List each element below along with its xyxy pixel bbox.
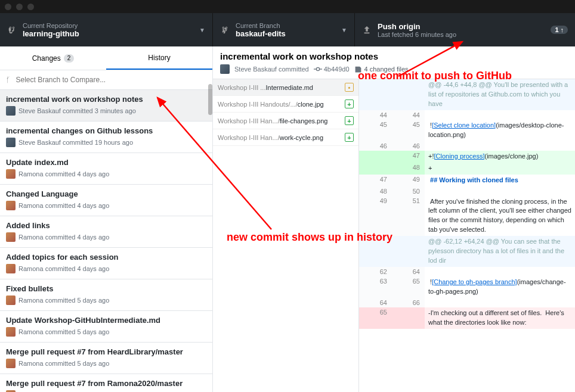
branch-compare[interactable]: ᚶ [0, 70, 212, 90]
commit-author: Steve Baskauf committed [234, 66, 309, 73]
commit-item-title: Fixed bullets [6, 284, 206, 293]
diff-line: 4749 ## Working with cloned files [359, 175, 575, 186]
repo-value: learning-github [23, 29, 199, 38]
file-status-badge: + [345, 133, 354, 142]
avatar [6, 359, 16, 368]
diff-line: @@ -62,12 +64,24 @@ You can see that the… [359, 236, 575, 267]
branch-value: baskauf-edits [236, 29, 341, 38]
file-status-badge: + [345, 99, 354, 108]
commit-item-meta: Steve Baskauf committed 19 hours ago [18, 139, 133, 146]
push-origin-button[interactable]: Push origin Last fetched 6 minutes ago 1… [355, 13, 575, 46]
chevron-down-icon: ▼ [199, 27, 205, 33]
diff-line: 6264 [359, 267, 575, 276]
repo-selector[interactable]: Current Repository learning-github ▼ [0, 13, 213, 46]
diff-line: 6365 ![Change to gh-pages branch](images… [359, 276, 575, 298]
sidebar: Changes 2 History ᚶ incremental work on … [0, 46, 213, 392]
avatar [6, 295, 16, 305]
commit-item-title: Update index.md [6, 158, 206, 167]
commit-item-meta: Ramona committed 4 days ago [18, 170, 109, 178]
file-status-badge: + [345, 116, 354, 125]
commit-item-title: Added topics for each session [6, 253, 206, 262]
toolbar: Current Repository learning-github ▼ Cur… [0, 13, 575, 46]
repo-icon [7, 26, 17, 34]
avatar [6, 264, 16, 273]
commit-item[interactable]: Update index.mdRamona committed 4 days a… [0, 153, 212, 185]
commit-item-meta: Ramona committed 4 days ago [18, 234, 109, 241]
commit-item-title: incremental changes on Github lessons [6, 126, 206, 135]
commit-item[interactable]: Added topics for each sessionRamona comm… [0, 248, 212, 279]
commit-item-meta: Ramona committed 5 days ago [18, 297, 109, 304]
file-list: Workshop I-III ...Intermediate.md•Worksh… [213, 79, 359, 392]
push-sub: Last fetched 6 minutes ago [378, 31, 545, 38]
svg-point-0 [316, 67, 319, 70]
mac-titlebar [0, 0, 575, 13]
diff-line: 47+![Cloning process](images/clone.jpg) [359, 151, 575, 163]
commit-item-meta: Ramona committed 5 days ago [18, 360, 109, 367]
diff-line: 6466 [359, 298, 575, 307]
avatar [6, 201, 16, 210]
changes-count-badge: 2 [64, 54, 75, 63]
avatar [6, 232, 16, 242]
commit-item[interactable]: Update Workshop-GitHubIntermediate.mdRam… [0, 311, 212, 343]
avatar [6, 106, 16, 116]
branch-icon [220, 26, 230, 34]
diff-line: 4850 [359, 186, 575, 196]
file-item[interactable]: Workshop I-III ...Intermediate.md• [213, 79, 358, 96]
commit-sha[interactable]: 4b449d0 [314, 65, 350, 73]
commit-item[interactable]: Added linksRamona committed 4 days ago [0, 216, 212, 248]
diff-line: 4545 ![Select clone location](images/des… [359, 120, 575, 141]
tab-history[interactable]: History [106, 46, 212, 70]
file-status-badge: • [345, 83, 354, 92]
commit-title: incremental work on workshop notes [220, 51, 568, 61]
commit-icon [314, 65, 322, 73]
file-item[interactable]: Workshop I-III Handouts/.../clone.jpg+ [213, 96, 358, 113]
tab-changes[interactable]: Changes 2 [0, 46, 106, 70]
diff-line: 4444 [359, 110, 575, 120]
avatar [6, 138, 16, 147]
commit-item[interactable]: incremental work on workshop notesSteve … [0, 90, 212, 122]
push-icon [362, 26, 372, 34]
traffic-light-max[interactable] [27, 4, 34, 10]
diff-line: 4646 [359, 141, 575, 151]
commit-detail: incremental work on workshop notes Steve… [213, 46, 575, 392]
file-item[interactable]: Workshop I-III Han.../work-cycle.png+ [213, 129, 358, 146]
chevron-down-icon: ▼ [341, 27, 347, 33]
commit-item-meta: Steve Baskauf committed 3 minutes ago [18, 107, 136, 114]
diff-line: 4951 After you've finished the cloning p… [359, 196, 575, 237]
traffic-light-close[interactable] [5, 4, 11, 10]
commit-item-title: incremental work on workshop notes [6, 95, 206, 104]
compare-icon: ᚶ [6, 76, 10, 84]
traffic-light-min[interactable] [16, 4, 23, 10]
file-item[interactable]: Workshop I-III Han.../file-changes.png+ [213, 113, 358, 129]
commit-item-title: Update Workshop-GitHubIntermediate.md [6, 316, 206, 325]
repo-label: Current Repository [23, 22, 199, 29]
avatar [6, 169, 16, 179]
changed-files[interactable]: 4 changed files [354, 66, 409, 73]
branch-label: Current Branch [236, 22, 341, 29]
commit-item[interactable]: Changed LanguageRamona committed 4 days … [0, 185, 212, 216]
commit-item-title: Added links [6, 221, 206, 230]
commit-item-title: Merge pull request #7 from HeardLibrary/… [6, 347, 206, 356]
compare-input[interactable] [14, 73, 203, 86]
commit-item-meta: Ramona committed 5 days ago [18, 328, 109, 335]
commit-item[interactable]: Merge pull request #7 from Ramona2020/ma… [0, 374, 212, 392]
diff-icon [354, 66, 362, 73]
push-count-badge: 1↑ [551, 26, 568, 34]
commit-item-title: Merge pull request #7 from Ramona2020/ma… [6, 379, 206, 388]
commit-item[interactable]: incremental changes on Github lessonsSte… [0, 122, 212, 153]
scrollbar-thumb[interactable] [208, 84, 212, 115]
diff-view[interactable]: @@ -44,6 +44,8 @@ You'll be presented wi… [359, 79, 575, 392]
branch-selector[interactable]: Current Branch baskauf-edits ▼ [213, 13, 355, 46]
history-list[interactable]: incremental work on workshop notesSteve … [0, 90, 212, 392]
commit-item[interactable]: Merge pull request #7 from HeardLibrary/… [0, 343, 212, 374]
commit-item-meta: Ramona committed 4 days ago [18, 265, 109, 272]
commit-item-title: Changed Language [6, 189, 206, 198]
diff-line: 48+ [359, 163, 575, 175]
avatar [220, 64, 230, 74]
diff-line: 65-I'm checking out a different set of f… [359, 307, 575, 329]
diff-line: @@ -44,6 +44,8 @@ You'll be presented wi… [359, 79, 575, 110]
push-label: Push origin [378, 22, 545, 31]
commit-item[interactable]: Fixed bulletsRamona committed 5 days ago [0, 279, 212, 311]
avatar [6, 327, 16, 337]
commit-item-meta: Ramona committed 4 days ago [18, 202, 109, 209]
